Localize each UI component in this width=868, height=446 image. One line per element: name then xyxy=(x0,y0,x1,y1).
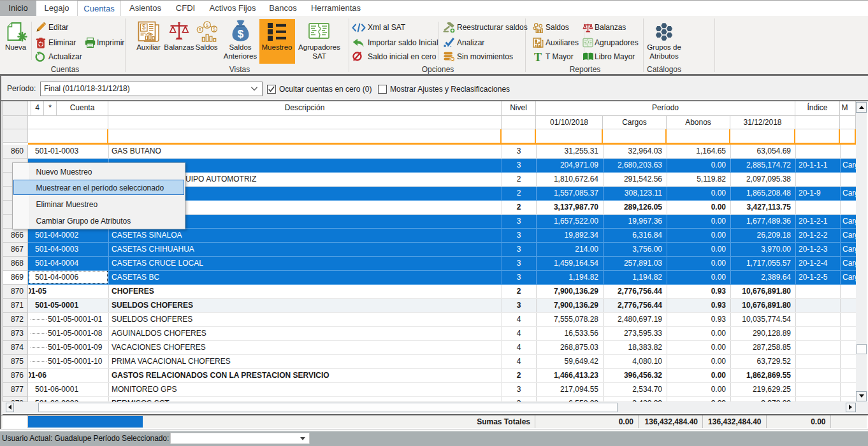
svg-text:T: T xyxy=(534,52,542,62)
svg-text:$: $ xyxy=(238,28,244,40)
svg-text:$: $ xyxy=(142,24,146,31)
